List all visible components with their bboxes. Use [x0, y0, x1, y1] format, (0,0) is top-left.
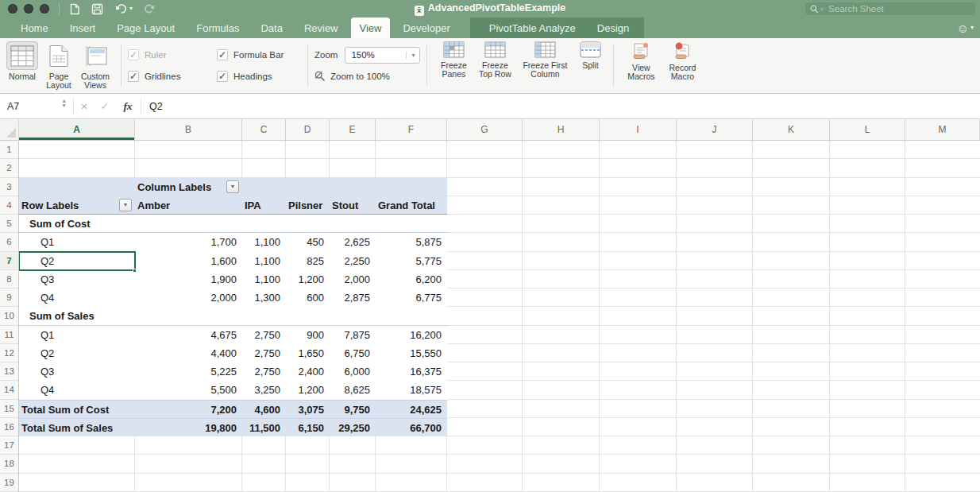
pivot-value-cell[interactable]: 450: [286, 233, 324, 251]
name-box[interactable]: A7 ▲ ▼: [0, 94, 73, 118]
pivot-total-value-cell[interactable]: 29,250: [330, 419, 370, 436]
insert-function-button[interactable]: fx: [115, 100, 141, 113]
pivot-total-value-cell[interactable]: 66,700: [376, 419, 442, 436]
pivot-row-label[interactable]: Q3: [41, 270, 54, 289]
row-header-3[interactable]: 3: [0, 178, 18, 196]
column-header-j[interactable]: J: [677, 119, 753, 140]
pivot-value-cell[interactable]: 1,700: [135, 233, 237, 251]
pivot-row-label[interactable]: Q2: [41, 344, 54, 362]
normal-view-button[interactable]: Normal: [5, 41, 40, 91]
pivot-value-cell[interactable]: 1,650: [286, 344, 324, 362]
search-sheet-input[interactable]: ˅ Search Sheet: [805, 2, 975, 15]
row-header-19[interactable]: 19: [0, 474, 18, 492]
gridlines-checkbox[interactable]: ✓ Gridlines: [128, 68, 196, 84]
name-box-stepper[interactable]: ▲ ▼: [62, 99, 67, 107]
row-header-10[interactable]: 10: [0, 307, 18, 325]
pivot-value-cell[interactable]: 1,600: [135, 252, 237, 270]
pivot-value-cell[interactable]: 1,900: [135, 270, 237, 289]
row-header-8[interactable]: 8: [0, 270, 18, 289]
pivot-value-cell[interactable]: 2,250: [330, 252, 370, 270]
feedback-control[interactable]: ☺ ▾: [957, 17, 974, 38]
pivot-total-value-cell[interactable]: 4,600: [242, 401, 280, 418]
row-header-5[interactable]: 5: [0, 215, 18, 233]
row-header-9[interactable]: 9: [0, 289, 18, 307]
pivot-value-cell[interactable]: 2,750: [242, 326, 280, 344]
pivot-value-cell[interactable]: 18,575: [376, 381, 442, 399]
pivot-value-cell[interactable]: 16,200: [376, 326, 442, 344]
pivot-value-cell[interactable]: 1,200: [286, 270, 324, 289]
pivot-total-value-cell[interactable]: 11,500: [242, 419, 280, 436]
pivot-value-cell[interactable]: 16,375: [376, 362, 442, 381]
pivot-value-cell[interactable]: 1,300: [242, 289, 280, 307]
minimize-window-button[interactable]: [24, 4, 33, 14]
record-macro-button[interactable]: Record Macro: [664, 41, 700, 91]
freeze-first-column-button[interactable]: Freeze First Column: [519, 41, 571, 91]
zoom-select-caret-icon[interactable]: ▾: [406, 52, 419, 59]
pivot-section-label[interactable]: Sum of Cost: [29, 215, 91, 232]
column-header-d[interactable]: D: [286, 119, 330, 140]
pivot-value-cell[interactable]: 4,400: [135, 344, 237, 362]
page-layout-view-button[interactable]: Page Layout: [41, 41, 76, 91]
undo-caret-icon[interactable]: ▾: [129, 6, 133, 12]
tab-design[interactable]: Design: [588, 17, 638, 38]
pivot-value-cell[interactable]: 2,750: [242, 344, 280, 362]
pivot-value-cell[interactable]: 7,875: [330, 326, 370, 344]
redo-button[interactable]: [144, 3, 156, 14]
column-header-e[interactable]: E: [330, 119, 376, 140]
cancel-entry-button[interactable]: ×: [74, 99, 95, 113]
pivot-column-header[interactable]: Amber: [137, 196, 170, 214]
pivot-value-cell[interactable]: 3,250: [242, 381, 280, 399]
row-header-14[interactable]: 14: [0, 381, 18, 399]
pivot-row-label[interactable]: Q3: [41, 362, 54, 381]
pivot-total-value-cell[interactable]: 24,625: [376, 401, 442, 418]
zoom-to-100-button[interactable]: Zoom to 100%: [314, 71, 390, 82]
row-header-15[interactable]: 15: [0, 400, 18, 418]
pivot-column-header[interactable]: Pilsner: [288, 196, 322, 214]
tab-insert[interactable]: Insert: [61, 17, 105, 38]
pivot-total-value-cell[interactable]: 6,150: [286, 419, 324, 436]
pivot-value-cell[interactable]: 6,775: [376, 289, 442, 307]
column-header-b[interactable]: B: [135, 119, 242, 140]
pivot-value-cell[interactable]: 2,000: [330, 270, 370, 289]
zoom-level-select[interactable]: 150% ▾: [345, 47, 420, 64]
pivot-value-cell[interactable]: 5,875: [376, 233, 442, 251]
smiley-icon[interactable]: ☺: [957, 21, 969, 35]
view-macros-button[interactable]: View Macros: [623, 41, 659, 91]
tab-formulas[interactable]: Formulas: [187, 17, 248, 38]
pivot-total-value-cell[interactable]: 9,750: [330, 401, 370, 418]
pivot-value-cell[interactable]: 2,625: [330, 233, 370, 251]
pivot-value-cell[interactable]: 825: [286, 252, 324, 270]
new-document-icon[interactable]: [69, 3, 80, 15]
pivot-value-cell[interactable]: 2,400: [286, 362, 324, 381]
pivot-value-cell[interactable]: 2,750: [242, 362, 280, 381]
column-header-k[interactable]: K: [753, 119, 830, 140]
row-header-12[interactable]: 12: [0, 344, 18, 362]
tab-page-layout[interactable]: Page Layout: [108, 17, 183, 38]
custom-views-button[interactable]: Custom Views: [78, 41, 113, 91]
ruler-checkbox[interactable]: ✓ Ruler: [128, 47, 196, 63]
formula-bar-checkbox[interactable]: ✓ Formula Bar: [217, 47, 296, 63]
search-scope-caret-icon[interactable]: ˅: [820, 6, 824, 12]
pivot-column-header[interactable]: Stout: [332, 196, 358, 214]
pivot-value-cell[interactable]: 2,000: [135, 289, 237, 307]
column-header-i[interactable]: I: [600, 119, 677, 140]
pivot-value-cell[interactable]: 1,100: [242, 233, 280, 251]
row-header-7[interactable]: 7: [0, 252, 18, 270]
split-button[interactable]: Split: [576, 41, 604, 91]
fill-handle[interactable]: [133, 269, 137, 273]
pivot-column-header[interactable]: IPA: [245, 196, 261, 214]
pivot-total-value-cell[interactable]: 19,800: [135, 419, 237, 436]
pivot-column-labels-title[interactable]: Column Labels: [137, 178, 211, 196]
save-icon[interactable]: [91, 3, 103, 15]
row-header-13[interactable]: 13: [0, 362, 18, 381]
freeze-top-row-button[interactable]: Freeze Top Row: [476, 41, 514, 91]
pivot-total-value-cell[interactable]: 3,075: [286, 401, 324, 418]
pivot-value-cell[interactable]: 600: [286, 289, 324, 307]
pivot-value-cell[interactable]: 900: [286, 326, 324, 344]
tab-home[interactable]: Home: [12, 17, 57, 38]
pivot-total-label[interactable]: Total Sum of Cost: [21, 401, 109, 418]
column-header-m[interactable]: M: [905, 119, 980, 140]
filter-dropdown-button[interactable]: ▼: [119, 199, 132, 211]
column-header-c[interactable]: C: [242, 119, 286, 140]
pivot-value-cell[interactable]: 4,675: [135, 326, 237, 344]
